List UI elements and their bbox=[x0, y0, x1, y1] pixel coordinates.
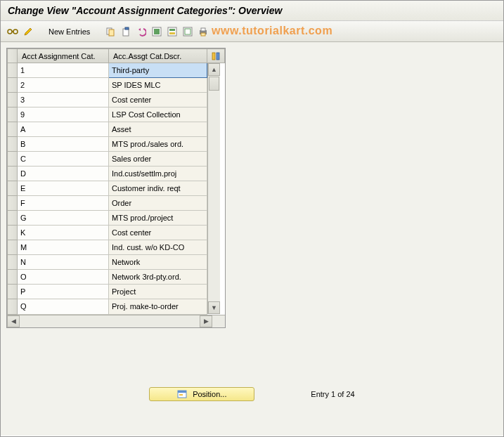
cell-desc[interactable]: Ind.cust/settlm.proj bbox=[109, 167, 207, 181]
cell-desc[interactable]: MTS prod./sales ord. bbox=[109, 137, 207, 152]
cell-cat[interactable]: D bbox=[18, 167, 109, 181]
select-block-icon[interactable] bbox=[166, 25, 179, 38]
row-selector[interactable] bbox=[8, 240, 18, 255]
table-row[interactable]: 3Cost center bbox=[8, 93, 225, 107]
table-row[interactable]: KCost center bbox=[8, 226, 225, 240]
cell-cat[interactable]: A bbox=[18, 122, 109, 137]
delete-icon[interactable] bbox=[119, 25, 132, 38]
row-selector[interactable] bbox=[8, 167, 18, 181]
table-row[interactable]: 1Third-party ▲ ▼ bbox=[8, 63, 225, 78]
cell-cat[interactable]: 2 bbox=[18, 78, 109, 93]
table-row[interactable]: 2SP IDES MLC bbox=[8, 78, 225, 93]
row-selector[interactable] bbox=[8, 78, 18, 93]
cell-cat[interactable]: E bbox=[18, 181, 109, 196]
row-selector[interactable] bbox=[8, 270, 18, 285]
cell-desc[interactable]: Ind. cust. w/o KD-CO bbox=[109, 240, 207, 255]
new-entries-button[interactable]: New Entries bbox=[44, 27, 94, 36]
row-selector[interactable] bbox=[8, 63, 18, 78]
cell-desc[interactable]: Cost center bbox=[109, 226, 207, 240]
row-selector[interactable] bbox=[8, 181, 18, 196]
assignment-table: Acct Assignment Cat. Acc.Assgt Cat.Dscr.… bbox=[7, 48, 225, 315]
watermark: www.tutorialkart.com bbox=[212, 25, 332, 37]
svg-point-0 bbox=[8, 30, 12, 34]
row-selector[interactable] bbox=[8, 226, 18, 240]
select-all-icon[interactable] bbox=[150, 25, 163, 38]
position-button[interactable]: Position... bbox=[149, 387, 254, 401]
cell-desc[interactable]: Customer indiv. reqt bbox=[109, 181, 207, 196]
row-selector[interactable] bbox=[8, 196, 18, 211]
print-icon[interactable] bbox=[197, 25, 209, 38]
table-row[interactable]: CSales order bbox=[8, 152, 225, 167]
pencil-icon[interactable] bbox=[22, 25, 34, 38]
row-selector[interactable] bbox=[8, 122, 18, 137]
scroll-down-button[interactable]: ▼ bbox=[208, 301, 220, 314]
svg-rect-5 bbox=[125, 27, 129, 30]
scroll-up-button[interactable]: ▲ bbox=[208, 63, 220, 76]
table-corner[interactable] bbox=[8, 49, 18, 63]
cell-desc[interactable]: Sales order bbox=[109, 152, 207, 167]
cell-cat[interactable]: P bbox=[18, 285, 109, 299]
cell-desc[interactable]: Third-party bbox=[109, 63, 207, 78]
table-row[interactable]: ONetwork 3rd-pty.ord. bbox=[8, 270, 225, 285]
cell-desc[interactable]: Proj. make-to-order bbox=[109, 299, 207, 314]
row-selector[interactable] bbox=[8, 152, 18, 167]
cell-desc[interactable]: Network 3rd-pty.ord. bbox=[109, 270, 207, 285]
cell-cat[interactable]: G bbox=[18, 211, 109, 226]
position-label: Position... bbox=[193, 390, 226, 398]
col-header-desc[interactable]: Acc.Assgt Cat.Dscr. bbox=[109, 49, 207, 63]
cell-cat[interactable]: M bbox=[18, 240, 109, 255]
row-selector[interactable] bbox=[8, 137, 18, 152]
cell-desc[interactable]: LSP Cost Collection bbox=[109, 107, 207, 122]
table-row[interactable]: GMTS prod./project bbox=[8, 211, 225, 226]
table-row[interactable]: ECustomer indiv. reqt bbox=[8, 181, 225, 196]
scroll-thumb[interactable] bbox=[209, 77, 219, 91]
position-icon bbox=[177, 390, 187, 398]
row-selector[interactable] bbox=[8, 285, 18, 299]
row-selector[interactable] bbox=[8, 255, 18, 270]
hscroll-track[interactable] bbox=[20, 315, 200, 327]
col-header-cat[interactable]: Acct Assignment Cat. bbox=[18, 49, 109, 63]
vscroll-cell: ▲ ▼ bbox=[207, 63, 225, 315]
scroll-right-button[interactable]: ▶ bbox=[200, 315, 212, 327]
table-row[interactable]: DInd.cust/settlm.proj bbox=[8, 167, 225, 181]
copy-icon[interactable] bbox=[104, 25, 117, 38]
cell-desc[interactable]: Project bbox=[109, 285, 207, 299]
row-selector[interactable] bbox=[8, 211, 18, 226]
cell-desc[interactable]: Cost center bbox=[109, 93, 207, 107]
hscrollbar: ◀ ▶ bbox=[7, 315, 225, 327]
row-selector[interactable] bbox=[8, 107, 18, 122]
row-selector[interactable] bbox=[8, 299, 18, 314]
config-columns-icon[interactable] bbox=[207, 49, 225, 63]
row-selector[interactable] bbox=[8, 93, 18, 107]
cell-desc[interactable]: Network bbox=[109, 255, 207, 270]
svg-point-1 bbox=[13, 30, 18, 34]
table-row[interactable]: QProj. make-to-order bbox=[8, 299, 225, 314]
cell-cat[interactable]: 3 bbox=[18, 93, 109, 107]
table-row[interactable]: 9LSP Cost Collection bbox=[8, 107, 225, 122]
undo-icon[interactable] bbox=[135, 25, 148, 38]
cell-desc[interactable]: MTS prod./project bbox=[109, 211, 207, 226]
table-row[interactable]: NNetwork bbox=[8, 255, 225, 270]
cell-cat[interactable]: K bbox=[18, 226, 109, 240]
grid-container: Acct Assignment Cat. Acc.Assgt Cat.Dscr.… bbox=[6, 48, 226, 328]
cell-desc[interactable]: Order bbox=[109, 196, 207, 211]
deselect-all-icon[interactable] bbox=[181, 25, 194, 38]
table-row[interactable]: PProject bbox=[8, 285, 225, 299]
table-row[interactable]: AAsset bbox=[8, 122, 225, 137]
cell-cat[interactable]: B bbox=[18, 137, 109, 152]
cell-desc[interactable]: SP IDES MLC bbox=[109, 78, 207, 93]
cell-cat[interactable]: N bbox=[18, 255, 109, 270]
cell-cat[interactable]: 1 bbox=[18, 63, 109, 78]
cell-desc[interactable]: Asset bbox=[109, 122, 207, 137]
table-row[interactable]: MInd. cust. w/o KD-CO bbox=[8, 240, 225, 255]
table-row[interactable]: BMTS prod./sales ord. bbox=[8, 137, 225, 152]
cell-cat[interactable]: C bbox=[18, 152, 109, 167]
glasses-icon[interactable] bbox=[6, 25, 19, 38]
cell-cat[interactable]: 9 bbox=[18, 107, 109, 122]
vscroll-track[interactable] bbox=[208, 91, 220, 301]
cell-cat[interactable]: F bbox=[18, 196, 109, 211]
cell-cat[interactable]: Q bbox=[18, 299, 109, 314]
cell-cat[interactable]: O bbox=[18, 270, 109, 285]
table-row[interactable]: FOrder bbox=[8, 196, 225, 211]
scroll-left-button[interactable]: ◀ bbox=[7, 315, 20, 327]
